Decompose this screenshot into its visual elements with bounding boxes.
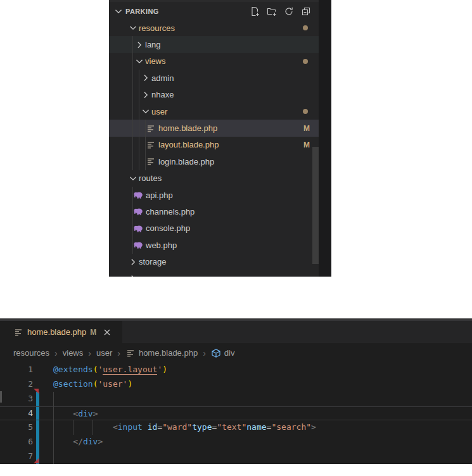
- code-token: >: [93, 409, 98, 418]
- tree-item-label: web.php: [146, 241, 177, 250]
- indent-guide: [73, 420, 73, 435]
- code-token: user.layout: [103, 365, 157, 375]
- code-token: input: [118, 422, 143, 432]
- code-token: ): [162, 365, 167, 374]
- code-token: div: [83, 437, 98, 446]
- code-token: [143, 422, 148, 432]
- new-file-button[interactable]: [250, 6, 260, 16]
- modified-m-badge: M: [303, 141, 310, 149]
- collapse-all-button[interactable]: [301, 6, 311, 16]
- blade-file-icon: [146, 156, 156, 166]
- blade-file-icon: [146, 123, 156, 134]
- code-line-1[interactable]: @extends('user.layout'): [0, 363, 472, 377]
- php-file-icon: [133, 240, 143, 250]
- code-editor[interactable]: 1@extends('user.layout')2@section('user'…: [0, 363, 472, 464]
- tree-item-label: channels.php: [146, 207, 195, 216]
- tree-item-routes[interactable]: routes: [109, 170, 319, 187]
- chevron-right-icon: [134, 40, 144, 50]
- tree-item-nhaxe[interactable]: nhaxe: [109, 87, 319, 103]
- tree-item-partial[interactable]: [109, 270, 319, 277]
- code-token: <: [73, 409, 78, 418]
- code-token: <: [113, 422, 118, 432]
- file-tree: resourceslangviewsadminnhaxeuserhome.bla…: [109, 20, 319, 277]
- breadcrumb-label: views: [63, 348, 84, 358]
- breadcrumb-item-resources[interactable]: resources: [13, 348, 49, 358]
- tree-item-user[interactable]: user: [109, 103, 319, 120]
- breadcrumb-separator: ›: [117, 348, 120, 358]
- tree-item-label: console.php: [146, 223, 190, 233]
- chevron-right-icon: [141, 90, 151, 100]
- tree-item-label: admin: [151, 73, 174, 83]
- chevron-down-icon: [128, 173, 138, 184]
- code-token: id: [148, 422, 158, 432]
- tree-item-api-php[interactable]: api.php: [109, 187, 319, 203]
- tree-item-console-php[interactable]: console.php: [109, 220, 319, 237]
- tree-item-admin[interactable]: admin: [109, 70, 319, 86]
- symbol-cube-icon: [211, 348, 221, 358]
- tab-modified-badge: M: [90, 328, 96, 337]
- editor-panel: home.blade.php M resources›views›user›ho…: [0, 318, 472, 464]
- sidebar-scrollbar[interactable]: [312, 147, 319, 264]
- new-folder-icon: [267, 6, 277, 16]
- indent-guide: [92, 420, 93, 435]
- tree-item-label: lang: [145, 40, 161, 49]
- breadcrumb-item-views[interactable]: views: [63, 348, 84, 358]
- modified-m-badge: M: [303, 124, 310, 133]
- blade-file-icon: [13, 327, 23, 337]
- code-token: @section: [53, 379, 93, 389]
- modified-dot-badge: [303, 25, 308, 30]
- code-token: @extends: [53, 365, 93, 374]
- tree-item-channels-php[interactable]: channels.php: [109, 203, 319, 220]
- code-line-2[interactable]: @section('user'): [0, 377, 472, 392]
- breadcrumb-item-div[interactable]: div: [211, 348, 235, 358]
- code-line-5[interactable]: <input id="ward"type="text"name="search"…: [0, 420, 472, 435]
- new-file-icon: [250, 6, 260, 16]
- code-token: [53, 422, 113, 432]
- chevron-right-icon: [128, 273, 138, 277]
- close-icon[interactable]: [101, 326, 113, 339]
- explorer-section-title: PARKING: [125, 8, 159, 15]
- tree-item-layout-blade-php[interactable]: layout.blade.phpM: [109, 137, 319, 153]
- tree-item-web-php[interactable]: web.php: [109, 237, 319, 253]
- blade-file-icon: [146, 140, 156, 150]
- tree-item-home-blade-php[interactable]: home.blade.phpM: [109, 120, 319, 136]
- tab-home-blade-php[interactable]: home.blade.php M: [0, 321, 122, 343]
- tree-item-label: routes: [139, 173, 162, 183]
- breadcrumb-item-home-blade-php[interactable]: home.blade.php: [125, 348, 198, 358]
- code-token: "text": [217, 422, 246, 432]
- code-line-6[interactable]: </div>: [0, 435, 472, 449]
- code-line-4[interactable]: <div>: [0, 406, 472, 421]
- tree-item-label: resources: [139, 23, 175, 33]
- tree-item-label: user: [151, 107, 167, 116]
- tree-item-storage[interactable]: storage: [109, 253, 319, 270]
- code-line-3[interactable]: [0, 392, 472, 406]
- php-file-icon: [133, 223, 143, 234]
- code-line-7[interactable]: [0, 449, 472, 464]
- breadcrumb-separator: ›: [88, 348, 91, 358]
- tree-item-lang[interactable]: lang: [109, 36, 319, 53]
- tree-item-views[interactable]: views: [109, 53, 319, 70]
- code-token: 'user': [98, 379, 127, 389]
- new-folder-button[interactable]: [267, 6, 277, 16]
- chevron-right-icon: [134, 40, 144, 50]
- php-file-icon: [133, 206, 143, 216]
- indent-guide: [53, 392, 54, 464]
- tree-item-login-blade-php[interactable]: login.blade.php: [109, 153, 319, 170]
- code-token: [53, 437, 73, 446]
- tree-item-label: storage: [139, 257, 166, 266]
- php-file-icon: [133, 240, 143, 250]
- php-file-icon: [133, 190, 143, 200]
- tab-bar: home.blade.php M: [0, 321, 472, 343]
- chevron-down-icon: [141, 106, 151, 116]
- refresh-icon: [284, 6, 294, 16]
- refresh-button[interactable]: [284, 6, 294, 16]
- blade-file-icon: [146, 140, 156, 150]
- explorer-section-header[interactable]: PARKING: [109, 3, 319, 20]
- chevron-down-icon: [113, 6, 124, 16]
- chevron-right-icon: [141, 90, 151, 100]
- tree-item-resources[interactable]: resources: [109, 20, 319, 36]
- chevron-right-icon: [128, 257, 138, 267]
- indent-guide: [139, 70, 139, 170]
- breadcrumb-item-user[interactable]: user: [96, 348, 112, 358]
- breadcrumb-separator: ›: [54, 348, 58, 358]
